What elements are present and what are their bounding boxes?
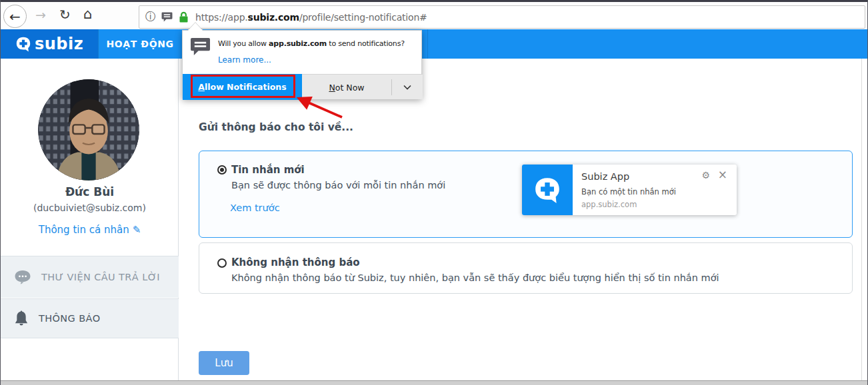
speech-bubble-icon [190,37,211,59]
popup-message-prefix: Will you allow [218,39,269,48]
sidebar-item-label: THƯ VIỆN CÂU TRẢ LỜI [41,272,160,282]
chevron-down-icon[interactable] [391,75,423,100]
notification-message: Bạn có một tin nhắn mới [581,187,676,196]
sidebar-item-notifications[interactable]: THÔNG BÁO [1,298,179,338]
url-bar[interactable]: ⓘ https://app.subiz.com/profile/setting-… [139,5,865,29]
app-header: subiz HOẠT ĐỘNG [1,29,867,59]
radio-new-message[interactable] [217,165,227,175]
back-button[interactable]: ← [3,5,27,28]
popup-message: Will you allow app.subiz.com to send not… [218,39,405,48]
reload-button[interactable]: ↻ [59,7,71,23]
popup-message-domain: app.subiz.com [269,39,327,48]
popup-message-suffix: to send notifications? [327,39,405,48]
profile-info-link[interactable]: Thông tin cá nhân✎ [1,224,179,236]
home-icon: ⌂ [83,6,92,22]
url-domain: subiz.com [248,12,299,23]
browser-toolbar: ← → ↻ ⌂ ⓘ https://app.subiz.com/profile/… [1,2,867,29]
annotation-arrow-icon [289,92,350,125]
subiz-logo[interactable]: subiz [1,29,98,59]
subiz-app-icon [522,165,573,215]
gear-icon[interactable]: ⚙ [701,170,710,181]
notification-source: app.subiz.com [581,200,637,209]
radio-no-notifications[interactable] [217,258,227,268]
annotation-box [191,75,295,98]
profile-email: (ducbuiviet@subiz.com) [1,202,179,213]
option-no-notifications: Không nhận thông báo Không nhận thông bá… [199,242,853,294]
chat-bubble-icon [14,270,31,284]
reload-icon: ↻ [59,7,71,23]
main-content: Gửi thông báo cho tôi về... Tin nhắn mới… [179,59,868,380]
bell-icon [14,310,29,327]
forward-button[interactable]: → [35,7,46,22]
profile-info-link-label: Thông tin cá nhân [39,224,129,236]
option-label[interactable]: Tin nhắn mới [231,164,305,176]
forward-icon: → [35,7,46,22]
notification-app-name: Subiz App [581,171,629,182]
subiz-logo-icon [15,36,31,52]
window-bottom-border [1,380,867,385]
browser-window: ← → ↻ ⌂ ⓘ https://app.subiz.com/profile/… [0,0,868,385]
page-info-icon[interactable]: ⓘ [145,10,156,24]
notification-preview-card: Subiz App Bạn có một tin nhắn mới app.su… [522,165,737,215]
https-lock-icon [179,11,189,23]
save-button[interactable]: Lưu [199,351,249,375]
back-icon: ← [9,9,21,25]
edit-icon: ✎ [133,224,141,236]
close-icon[interactable]: × [718,168,727,181]
sidebar: Đức Bùi (ducbuiviet@subiz.com) Thông tin… [1,59,179,380]
option-new-message: Tin nhắn mới Bạn sẽ được thông báo với m… [199,151,853,238]
nav-divider [427,29,428,59]
option-label[interactable]: Không nhận thông báo [231,256,360,268]
popup-anchor-arrow [188,23,203,31]
option-description: Không nhận thông báo từ Subiz, tuy nhiên… [231,272,719,283]
url-path: /profile/setting-notification# [299,12,427,23]
content-edge-line [861,59,862,380]
subiz-logo-text: subiz [35,35,83,53]
not-now-key: N [329,83,335,93]
preview-link[interactable]: Xem trước [230,202,280,213]
url-prefix: https://app. [195,12,248,23]
learn-more-link[interactable]: Learn more... [218,55,271,65]
url-text: https://app.subiz.com/profile/setting-no… [195,12,427,23]
not-now-rest: ot Now [335,83,365,93]
notification-permission-icon[interactable] [161,12,173,23]
avatar [38,79,139,181]
option-description: Bạn sẽ được thông báo với mỗi tin nhắn m… [231,180,445,191]
sidebar-item-label: THÔNG BÁO [39,313,101,324]
nav-item-activity[interactable]: HOẠT ĐỘNG [98,29,182,59]
sidebar-item-answer-library[interactable]: THƯ VIỆN CÂU TRẢ LỜI [1,256,179,298]
profile-name: Đức Bùi [1,185,179,198]
home-button[interactable]: ⌂ [83,6,92,22]
